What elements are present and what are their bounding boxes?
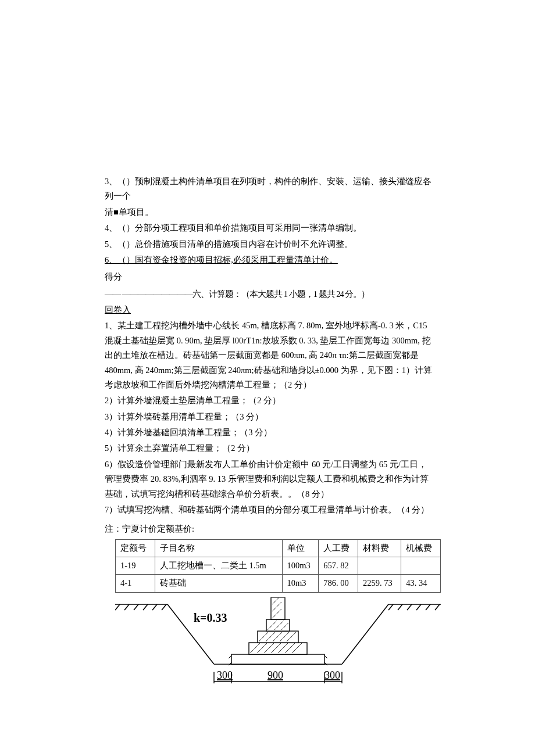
section-6-header: —— —————————六、计算题：（本大题共 1 小题，1 题共 24 分。） [105,287,433,302]
score-label: 得分 [105,270,433,284]
k-label: k=0.33 [194,611,227,624]
th-machine: 机械费 [401,539,441,557]
svg-line-4 [143,604,148,610]
svg-line-8 [388,604,393,610]
svg-line-11 [416,604,421,610]
question-3-line2: 清■单项目。 [105,205,433,220]
cell-code: 1-19 [116,557,155,575]
dim-300-right: 300 [324,669,340,681]
foundation-svg: k=0.33 300 900 300 [115,597,441,693]
cell-code: 4-1 [116,575,155,592]
cell-name: 人工挖地槽一、二类土 1.5m [155,557,282,575]
table-row: 1-19 人工挖地槽一、二类土 1.5m 100m3 657. 82 [116,557,441,575]
dim-300-left: 300 [217,669,233,681]
cell-material: 2259. 73 [358,575,401,592]
cell-material [358,557,401,575]
calc-item-1: 1、某土建工程挖沟槽外墙中心线长 45m, 槽底标高 7. 80m, 室外地坪标… [105,318,433,392]
calc-item-3: 3）计算外墙砖基用清单工程量；（3 分） [105,410,433,424]
returner-label: 回卷入 [105,303,433,317]
th-material: 材料费 [358,539,401,557]
svg-line-46 [324,655,327,658]
cell-unit: 100m3 [282,557,319,575]
ground-line-left [115,604,167,610]
svg-line-12 [426,604,430,610]
svg-line-2 [124,604,129,610]
svg-line-10 [407,604,412,610]
svg-line-1 [115,604,120,610]
calc-item-6: 6）假设造价管理部门最新发布人工单价由计价定额中 60 元/工日调整为 65 元… [105,457,433,501]
svg-line-13 [435,604,440,610]
svg-line-5 [152,604,157,610]
calc-item-4: 4）计算外墙基础回填清单工程量；（3 分） [105,425,433,440]
question-3: 3、（）预制混凝土构件清单项目在列项时，构件的制作、安装、运输、接头灌缝应各列一… [105,174,433,204]
cell-labor: 786. 00 [319,575,358,592]
svg-line-15 [342,604,388,664]
bedding-layer [231,654,324,664]
cell-name: 砖基础 [155,575,282,592]
svg-line-3 [134,604,138,610]
question-6: 6、（）国有资金投资的项目招标,必须采用工程量清单计价。 [105,253,433,267]
ground-line-right [388,604,441,610]
calc-item-7: 7）试填写挖沟槽、和砖基础两个清单项目的分部分项工程量清单与计价表。（4 分） [105,503,433,517]
svg-line-9 [398,604,402,610]
th-code: 定额号 [116,539,155,557]
pricing-table: 定额号 子目名称 单位 人工费 材料费 机械费 1-19 人工挖地槽一、二类土 … [115,539,441,593]
table-header-row: 定额号 子目名称 单位 人工费 材料费 机械费 [116,539,441,557]
cell-labor: 657. 82 [319,557,358,575]
calc-item-5: 5）计算余土弃置清单工程量；（2 分） [105,441,433,456]
th-name: 子目名称 [155,539,282,557]
svg-line-44 [229,655,231,658]
th-labor: 人工费 [319,539,358,557]
cell-unit: 10m3 [282,575,319,592]
th-unit: 单位 [282,539,319,557]
svg-rect-20 [271,597,285,619]
question-4: 4、（）分部分项工程项目和单价措施项目可采用同一张清单编制。 [105,221,433,235]
dim-900: 900 [268,669,283,681]
cell-machine: 43. 34 [401,575,441,592]
note-label: 注：宁夏计价定额基价: [105,522,433,536]
foundation-diagram: k=0.33 300 900 300 [115,597,441,698]
svg-line-6 [162,604,166,610]
cell-machine [401,557,441,575]
question-5: 5、（）总价措施项目清单的措施项目内容在计价时不允许调整。 [105,237,433,252]
calc-item-2: 2）计算外墙混凝土垫层清单工程量；（2 分） [105,393,433,408]
table-row: 4-1 砖基础 10m3 786. 00 2259. 73 43. 34 [116,575,441,592]
